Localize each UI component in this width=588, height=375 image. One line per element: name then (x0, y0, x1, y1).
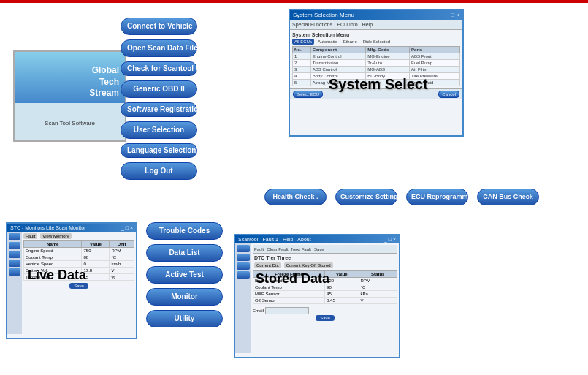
trouble-codes-button[interactable]: Trouble Codes (146, 222, 223, 240)
live-data-window-title: STC - Monitors Lite Scan Monitor (10, 225, 85, 230)
health-check-button[interactable]: Health Check . (264, 189, 327, 205)
system-select-title: System Selection Menu (293, 12, 354, 18)
stored-data-titlebar: Scantool - Fault 1 - Help - About _ □ × (235, 235, 399, 243)
language-selection-button[interactable]: Language Selection (121, 143, 197, 158)
live-data-content: Fault View Memory NameValueUnit Engine S… (22, 232, 136, 334)
live-data-sidebar (7, 232, 22, 334)
live-data-titlebar: STC - Monitors Lite Scan Monitor _ □ × (7, 224, 136, 232)
stored-data-label: Stored Data (256, 271, 329, 287)
stored-btn-2[interactable] (237, 254, 250, 261)
select-ecu-button[interactable]: Select ECU (293, 91, 323, 98)
right-menu: Trouble Codes Data List Active Test Moni… (146, 222, 223, 327)
stored-btn-1[interactable] (237, 245, 250, 252)
stored-btn-4[interactable] (237, 271, 250, 279)
main-content: Global Tech Stream Scan Tool Software Co… (0, 3, 588, 375)
window-controls: _ □ × (446, 12, 459, 18)
left-menu: Connect to Vehicle Open Scan Data File C… (121, 18, 197, 180)
gts-title: Global Tech Stream (89, 65, 119, 99)
live-data-window-controls: _ □ × (121, 225, 133, 230)
gts-bottom: Scan Tool Software (15, 103, 125, 142)
live-data-label: Live Data (28, 268, 86, 283)
generic-obd2-button[interactable]: Generic OBD II (121, 80, 197, 98)
connect-to-vehicle-button[interactable]: Connect to Vehicle (121, 18, 197, 35)
stored-data-inner: Fault Clear Fault Next Fault Save DTC Ti… (235, 243, 399, 353)
stored-data-content: Fault Clear Fault Next Fault Save DTC Ti… (251, 243, 399, 353)
stored-data-subtitle: DTC Tier Three (253, 254, 397, 262)
stored-data-window-controls: _ □ × (384, 237, 396, 242)
software-registration-button[interactable]: Software Registration (121, 102, 197, 117)
stored-data-window: Scantool - Fault 1 - Help - About _ □ × … (234, 234, 400, 358)
active-test-button[interactable]: Active Test (146, 266, 223, 284)
live-data-btn-2[interactable] (9, 242, 20, 249)
system-select-window: System Selection Menu _ □ × Special Func… (289, 9, 464, 137)
live-data-btn-3[interactable] (9, 251, 20, 258)
stored-btn-3[interactable] (237, 262, 250, 270)
user-selection-button[interactable]: User Selection (121, 121, 197, 139)
cancel-button[interactable]: Cancel (438, 91, 459, 98)
system-select-toolbar: Special Functions ECU Info Help (290, 20, 462, 30)
utility-button[interactable]: Utility (146, 310, 223, 327)
monitor-button[interactable]: Monitor (146, 288, 223, 306)
live-data-btn-4[interactable] (9, 260, 20, 267)
ecu-reprogramming-button[interactable]: ECU Reprogramming (406, 189, 468, 205)
check-for-updates-button[interactable]: Check for Scantool Updates (121, 61, 197, 76)
bottom-options: Health Check . Customize Setting ECU Rep… (264, 189, 539, 205)
data-list-button[interactable]: Data List (146, 244, 223, 262)
live-data-btn-5[interactable] (9, 268, 20, 276)
gts-subtitle: Scan Tool Software (45, 120, 95, 126)
stored-data-window-title: Scantool - Fault 1 - Help - About (238, 237, 311, 242)
open-scan-data-file-button[interactable]: Open Scan Data File (121, 39, 197, 57)
live-data-inner: Fault View Memory NameValueUnit Engine S… (7, 232, 136, 334)
log-out-button[interactable]: Log Out (121, 162, 197, 180)
stored-data-sidebar (235, 243, 251, 353)
gts-image: Global Tech Stream (15, 52, 125, 103)
system-select-titlebar: System Selection Menu _ □ × (290, 10, 462, 20)
customize-setting-button[interactable]: Customize Setting (335, 189, 397, 205)
system-select-label: System Select (329, 76, 428, 93)
can-bus-check-button[interactable]: CAN Bus Check (477, 189, 539, 205)
stored-data-toolbar: Fault Clear Fault Next Fault Save (253, 245, 397, 254)
gts-box: Global Tech Stream Scan Tool Software (13, 50, 126, 142)
live-data-btn-1[interactable] (9, 233, 20, 240)
